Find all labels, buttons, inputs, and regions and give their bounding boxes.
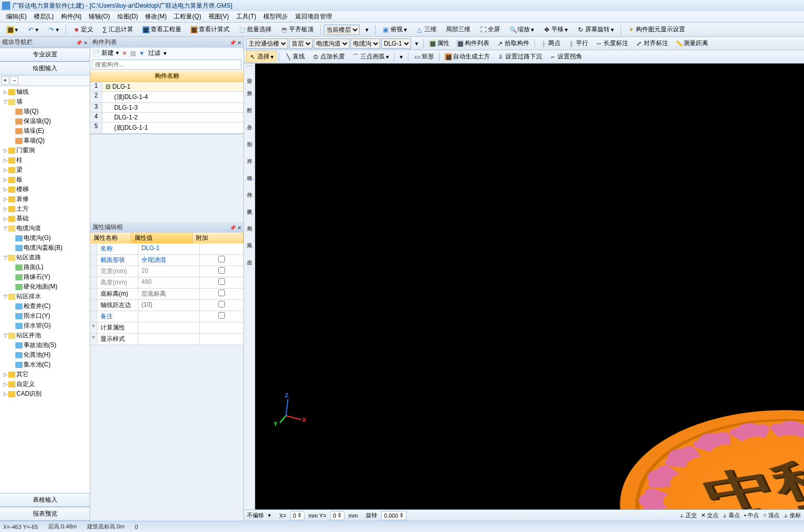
vtool-闭合[interactable]: 闭合: [245, 252, 254, 260]
tree-item[interactable]: ▽墙: [1, 97, 89, 107]
table-row[interactable]: 3 DLG-1-3: [90, 103, 243, 113]
menu-return[interactable]: 返回项目管理: [292, 11, 335, 22]
table-input-button[interactable]: 表格输入: [0, 493, 90, 507]
tree-item[interactable]: ▷CAD识别: [1, 389, 89, 399]
measure-button[interactable]: 📏测量距离: [672, 37, 711, 49]
pin-icon[interactable]: 📌: [76, 40, 82, 46]
vtool-设置夹点[interactable]: 设置夹点: [245, 201, 254, 209]
addlen-button[interactable]: ⊙点加长度: [309, 51, 348, 63]
prop-row[interactable]: 轴线距左边(10): [90, 300, 243, 311]
tree-item[interactable]: ▷楼梯: [1, 185, 89, 194]
vtool-圆角[interactable]: 圆角: [245, 235, 254, 243]
tree-item[interactable]: ▷梁: [1, 165, 89, 175]
close-icon[interactable]: ✕: [237, 225, 241, 231]
viewqty-button[interactable]: ▦查看工程量: [139, 24, 185, 35]
vertex-toggle[interactable]: ○ 顶点: [763, 511, 779, 519]
aligndim-button[interactable]: ⤢对齐标注: [632, 37, 671, 49]
props-button[interactable]: ▦属性: [426, 37, 452, 49]
filter-icon[interactable]: ▼: [139, 50, 145, 57]
menu-component[interactable]: 构件(N): [58, 11, 85, 22]
prop-row[interactable]: 高度(mm)480: [90, 277, 243, 289]
prop-row[interactable]: +显示样式: [90, 334, 243, 345]
menu-floor[interactable]: 楼层(L): [31, 11, 57, 22]
menu-sync[interactable]: 模型同步: [260, 11, 291, 22]
draw-input-button[interactable]: 绘图输入: [0, 62, 90, 75]
menu-auxaxis[interactable]: 辅轴(O): [86, 11, 113, 22]
tree-item[interactable]: ▽站区井池: [1, 331, 89, 340]
component-grid[interactable]: 构件名称 1⊟ DLG-12 (顶)DLG-1-43 DLG-1-34 DLG-…: [90, 71, 243, 134]
rot-input[interactable]: 0.000 ⇕: [381, 511, 406, 520]
filter-button[interactable]: 过滤: [148, 49, 160, 57]
tree-item[interactable]: ▷装修: [1, 194, 89, 204]
prop-row[interactable]: 截面形状全现浇混: [90, 255, 243, 266]
vtool-合并[interactable]: 合并: [245, 116, 254, 125]
line-button[interactable]: ╲直线: [281, 51, 308, 63]
tree-item[interactable]: ▷门窗洞: [1, 146, 89, 155]
prop-row[interactable]: 名称DLG-1: [90, 243, 243, 255]
parallel-button[interactable]: ∥平行: [565, 37, 591, 49]
prop-row[interactable]: +计算属性: [90, 322, 243, 334]
corner-button[interactable]: ⌐设置拐角: [546, 51, 585, 63]
tree-item[interactable]: 路缘石(Y): [1, 272, 89, 282]
3d-button[interactable]: △三维: [413, 24, 440, 35]
tree-item[interactable]: 幕墙(Q): [1, 136, 89, 146]
tree-item[interactable]: 事故油池(S): [1, 340, 89, 350]
pin-icon[interactable]: 📌: [230, 40, 236, 46]
vtool-打断[interactable]: 打断: [245, 99, 254, 108]
autosoil-button[interactable]: ▦自动生成土方: [442, 51, 493, 63]
copy-icon[interactable]: ▤: [130, 50, 136, 57]
zoom-button[interactable]: 🔍缩放▾: [506, 24, 538, 35]
redo-button[interactable]: ↷▾: [44, 25, 63, 35]
instance-combo[interactable]: DLG-1: [381, 38, 411, 49]
tree-item[interactable]: ▷柱: [1, 155, 89, 165]
menu-draw[interactable]: 绘图(D): [114, 11, 141, 22]
floor-combo[interactable]: 当前楼层: [324, 25, 360, 35]
tree-item[interactable]: ▷板: [1, 175, 89, 185]
offset-mode[interactable]: 不偏移: [247, 511, 264, 519]
tree-item[interactable]: 电缆沟(G): [1, 233, 89, 243]
arc3-button[interactable]: ⌒三点画弧 ▾: [349, 51, 392, 63]
vtool-拉伸[interactable]: 拉伸: [245, 184, 254, 192]
elemdisp-button[interactable]: ✦构件图元显示设置: [624, 24, 689, 35]
table-row[interactable]: 2 (顶)DLG-1-4: [90, 92, 243, 103]
3d-viewport[interactable]: 中秋 快乐 X Y Z: [255, 64, 804, 509]
building-combo[interactable]: 主控通信楼: [246, 38, 288, 49]
midpoint-toggle[interactable]: • 中点: [744, 511, 759, 519]
table-row[interactable]: 1⊟ DLG-1: [90, 82, 243, 92]
rect-button[interactable]: ▭矩形: [410, 51, 437, 63]
menu-quantity[interactable]: 工程量(Q): [171, 11, 204, 22]
vtool-分割[interactable]: 分割: [245, 133, 254, 141]
tree-item[interactable]: ▽站区道路: [1, 253, 89, 262]
pick-button[interactable]: ↗拾取构件: [493, 37, 532, 49]
instance-dropdown[interactable]: ▾: [412, 38, 421, 49]
x-input[interactable]: 0 ⇕: [291, 511, 304, 520]
table-row[interactable]: 4 DLG-1-2: [90, 113, 243, 122]
pin-icon[interactable]: 📌: [230, 225, 236, 231]
menu-modify[interactable]: 修改(M): [142, 11, 170, 22]
arrow-dropdown[interactable]: ▾: [397, 52, 406, 62]
fullscreen-button[interactable]: ⛶全屏: [476, 24, 504, 35]
close-icon[interactable]: ✕: [237, 40, 241, 46]
routesink-button[interactable]: ⇩设置过路下沉: [494, 51, 545, 63]
tree-item[interactable]: 检查井(C): [1, 301, 89, 311]
tree-item[interactable]: ▷其它: [1, 370, 89, 379]
lendim-button[interactable]: ↔长度标注: [592, 37, 631, 49]
tree-item[interactable]: ▷基础: [1, 214, 89, 223]
endpoint-toggle[interactable]: ⊥ 垂点: [723, 511, 740, 519]
vtool-对齐[interactable]: 对齐: [245, 150, 254, 158]
prop-row[interactable]: 宽度(mm)20: [90, 266, 243, 277]
tree-item[interactable]: 墙垛(E): [1, 126, 89, 136]
ortho-toggle[interactable]: ⊥ 正交: [679, 511, 697, 519]
prop-row[interactable]: 备注: [90, 311, 243, 322]
tree-item[interactable]: 墙(Q): [1, 107, 89, 116]
report-preview-button[interactable]: 报表预览: [0, 507, 90, 521]
tree-item[interactable]: ▽电缆沟道: [1, 223, 89, 233]
menu-edit[interactable]: 编辑(E): [3, 11, 30, 22]
tree-item[interactable]: ▽站区排水: [1, 292, 89, 301]
undo-button[interactable]: ↶▾: [24, 25, 42, 35]
tree-item[interactable]: 硬化地面(M): [1, 282, 89, 292]
type-combo[interactable]: 电缆沟: [351, 38, 380, 49]
tree-item[interactable]: ▷自定义: [1, 379, 89, 389]
prof-setting-button[interactable]: 专业设置: [0, 48, 90, 62]
tree-item[interactable]: 集水池(C): [1, 360, 89, 370]
